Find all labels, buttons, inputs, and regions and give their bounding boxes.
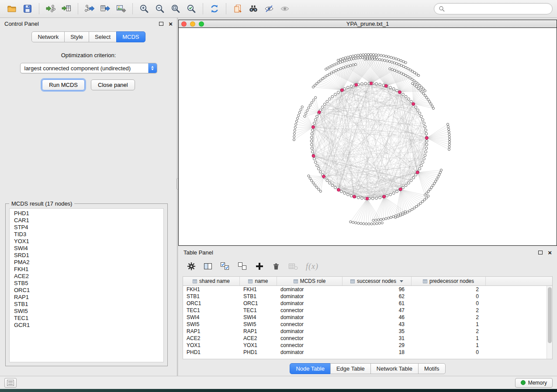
result-node[interactable]: PHD1 bbox=[10, 210, 163, 217]
cell-3[interactable]: 96 bbox=[343, 286, 412, 293]
cell-3[interactable]: 47 bbox=[343, 307, 412, 314]
table-row[interactable]: TEC1TEC1connector472 bbox=[183, 307, 552, 314]
save-session-button[interactable] bbox=[20, 2, 35, 16]
cell-2[interactable]: dominator bbox=[277, 328, 343, 335]
cell-2[interactable]: dominator bbox=[277, 286, 343, 293]
cell-2[interactable]: connector bbox=[277, 335, 343, 342]
zoom-out-button[interactable] bbox=[152, 2, 167, 16]
cell-3[interactable]: 31 bbox=[343, 335, 412, 342]
function-builder-button[interactable]: f(x) bbox=[306, 262, 318, 271]
optimization-criterion-select[interactable]: largest connected component (undirected) bbox=[20, 63, 157, 73]
cell-0[interactable]: RAP1 bbox=[183, 328, 240, 335]
column-header[interactable]: shared name bbox=[183, 277, 240, 285]
cell-4[interactable]: 1 bbox=[412, 342, 486, 349]
close-panel-icon[interactable]: × bbox=[548, 249, 552, 256]
show-hide-button[interactable] bbox=[277, 2, 292, 16]
cell-1[interactable]: ACE2 bbox=[240, 335, 277, 342]
cell-0[interactable]: SWI4 bbox=[183, 314, 240, 321]
cell-4[interactable]: 0 bbox=[412, 293, 486, 300]
tab-select[interactable]: Select bbox=[89, 31, 117, 42]
table-row[interactable]: FKH1FKH1dominator962 bbox=[183, 286, 552, 293]
result-node[interactable]: SWI4 bbox=[10, 245, 163, 252]
result-node[interactable]: CAR1 bbox=[10, 217, 163, 224]
table-row[interactable]: SWI4SWI4dominator462 bbox=[183, 314, 552, 321]
result-node[interactable]: ACE2 bbox=[10, 273, 163, 280]
network-hub-node[interactable] bbox=[341, 89, 344, 92]
result-node[interactable]: SWI5 bbox=[10, 308, 163, 315]
cell-1[interactable]: FKH1 bbox=[240, 286, 277, 293]
table-row[interactable]: STB1STB1dominator620 bbox=[183, 293, 552, 300]
cell-3[interactable]: 62 bbox=[343, 293, 412, 300]
cell-2[interactable]: connector bbox=[277, 342, 343, 349]
network-hub-node[interactable] bbox=[416, 171, 419, 174]
result-node[interactable]: TEC1 bbox=[10, 315, 163, 322]
cell-1[interactable]: ORC1 bbox=[240, 300, 277, 307]
cell-2[interactable]: connector bbox=[277, 321, 343, 328]
global-search-box[interactable] bbox=[434, 3, 553, 14]
network-svg[interactable] bbox=[179, 28, 557, 245]
network-hub-node[interactable] bbox=[412, 103, 415, 106]
select-all-button[interactable] bbox=[220, 262, 230, 271]
network-hub-node[interactable] bbox=[366, 197, 369, 200]
select-stepper-icon[interactable] bbox=[148, 63, 157, 73]
cell-0[interactable]: TEC1 bbox=[183, 307, 240, 314]
cell-1[interactable]: STB1 bbox=[240, 293, 277, 300]
result-node[interactable]: YOX1 bbox=[10, 238, 163, 245]
table-row[interactable]: YOX1YOX1connector291 bbox=[183, 342, 552, 349]
cell-2[interactable]: dominator bbox=[277, 314, 343, 321]
tab-style[interactable]: Style bbox=[64, 31, 89, 42]
cell-4[interactable]: 2 bbox=[412, 307, 486, 314]
delete-table-button[interactable] bbox=[288, 262, 298, 271]
scrollbar-thumb[interactable] bbox=[548, 287, 552, 343]
network-hub-node[interactable] bbox=[318, 111, 321, 114]
close-window-icon[interactable] bbox=[181, 21, 187, 27]
cell-2[interactable]: connector bbox=[277, 307, 343, 314]
zoom-in-button[interactable] bbox=[137, 2, 152, 16]
minimize-window-icon[interactable] bbox=[190, 21, 195, 27]
cell-1[interactable]: SWI5 bbox=[240, 321, 277, 328]
float-panel-icon[interactable] bbox=[159, 22, 163, 26]
cell-0[interactable]: ORC1 bbox=[183, 300, 240, 307]
show-columns-button[interactable] bbox=[204, 262, 212, 271]
table-row[interactable]: ORC1ORC1dominator610 bbox=[183, 300, 552, 307]
result-node[interactable]: TID3 bbox=[10, 231, 163, 238]
cell-0[interactable]: STB1 bbox=[183, 293, 240, 300]
zoom-fit-button[interactable] bbox=[168, 2, 183, 16]
cell-4[interactable]: 0 bbox=[412, 349, 486, 356]
network-hub-node[interactable] bbox=[383, 195, 386, 198]
close-panel-button[interactable]: Close panel bbox=[91, 79, 135, 90]
cell-3[interactable]: 46 bbox=[343, 314, 412, 321]
cell-0[interactable]: SWI5 bbox=[183, 321, 240, 328]
table-row[interactable]: PHD1PHD1dominator180 bbox=[183, 349, 552, 356]
table-settings-button[interactable] bbox=[187, 262, 196, 271]
table-row[interactable]: SWI5SWI5connector431 bbox=[183, 321, 552, 328]
result-node[interactable]: GCR1 bbox=[10, 322, 163, 329]
cell-0[interactable]: FKH1 bbox=[183, 286, 240, 293]
search-input[interactable] bbox=[447, 6, 548, 12]
memory-button[interactable]: Memory bbox=[515, 378, 553, 388]
network-canvas[interactable] bbox=[179, 28, 557, 245]
search-neighbors-button[interactable] bbox=[246, 2, 261, 16]
network-hub-node[interactable] bbox=[384, 84, 387, 87]
network-hub-node[interactable] bbox=[370, 82, 373, 85]
result-node[interactable]: STB5 bbox=[10, 280, 163, 287]
cell-4[interactable]: 1 bbox=[412, 335, 486, 342]
export-image-button[interactable] bbox=[114, 2, 128, 16]
result-node[interactable]: ORC1 bbox=[10, 287, 163, 294]
cell-3[interactable]: 29 bbox=[343, 342, 412, 349]
cell-1[interactable]: PHD1 bbox=[240, 349, 277, 356]
cell-1[interactable]: SWI4 bbox=[240, 314, 277, 321]
column-header[interactable]: MCDS role bbox=[277, 277, 343, 285]
run-mcds-button[interactable]: Run MCDS bbox=[42, 79, 85, 90]
cell-3[interactable]: 61 bbox=[343, 300, 412, 307]
import-network-button[interactable] bbox=[43, 2, 58, 16]
cell-4[interactable]: 2 bbox=[412, 286, 486, 293]
maximize-window-icon[interactable] bbox=[199, 21, 204, 27]
cell-2[interactable]: dominator bbox=[277, 349, 343, 356]
tab-network[interactable]: Network bbox=[31, 31, 65, 42]
duplicate-network-button[interactable] bbox=[230, 2, 245, 16]
result-node[interactable]: FKH1 bbox=[10, 266, 163, 273]
network-hub-node[interactable] bbox=[355, 83, 358, 86]
zoom-selected-button[interactable] bbox=[184, 2, 199, 16]
cell-2[interactable]: dominator bbox=[277, 300, 343, 307]
